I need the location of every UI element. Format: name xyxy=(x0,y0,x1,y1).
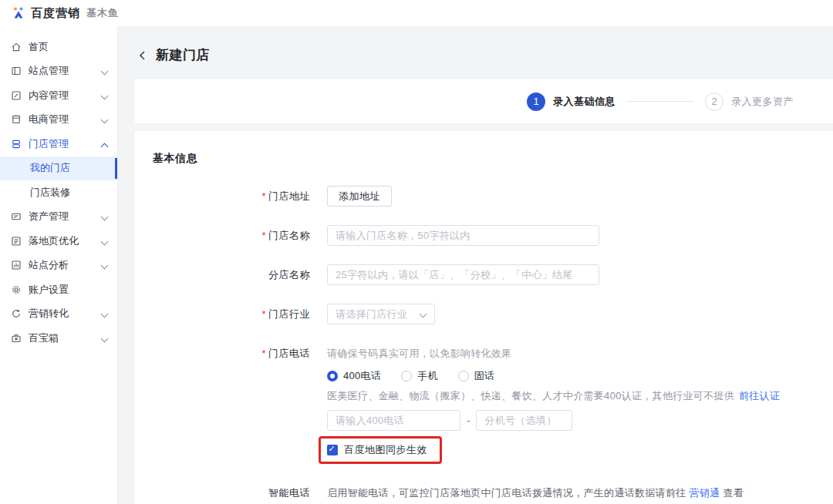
sidebar-item-store-management[interactable]: 门店管理 xyxy=(0,132,117,156)
step-1: 1 录入基础信息 xyxy=(527,92,615,111)
add-address-button[interactable]: 添加地址 xyxy=(327,186,392,207)
landing-page-icon xyxy=(11,236,22,247)
industry-label: *门店行业 xyxy=(153,304,310,324)
ecommerce-icon xyxy=(11,114,22,125)
baidu-marketing-logo[interactable]: 百度营销 基木鱼 xyxy=(11,5,119,21)
industry-select[interactable]: 请选择门店行业 xyxy=(327,304,435,324)
sidebar-item-treasure-box[interactable]: 百宝箱 xyxy=(0,326,117,351)
chevron-down-icon xyxy=(102,238,108,244)
chevron-down-icon xyxy=(102,262,108,268)
brand-suffix: 基木鱼 xyxy=(86,6,119,20)
sidebar-item-landing-page-optimization[interactable]: 落地页优化 xyxy=(0,229,117,254)
chevron-up-icon xyxy=(102,141,108,147)
map-sync-checkbox[interactable] xyxy=(327,445,338,455)
store-phone-label: *门店电话 xyxy=(153,343,310,464)
phone-hint-text: 请确保号码真实可用，以免影响转化效果 xyxy=(327,343,780,364)
sidebar-item-label: 站点管理 xyxy=(29,64,102,78)
chevron-down-icon xyxy=(102,335,108,341)
chevron-down-icon xyxy=(102,311,108,317)
analytics-icon xyxy=(11,260,22,270)
sidebar-item-content-management[interactable]: 内容管理 xyxy=(0,83,117,108)
toolbox-icon xyxy=(11,333,22,344)
branch-name-label: 分店名称 xyxy=(153,264,310,285)
radio-400-phone[interactable]: 400电话 xyxy=(327,369,381,383)
chevron-down-icon xyxy=(420,311,427,318)
top-bar: 百度营销 基木鱼 xyxy=(0,0,833,26)
gear-icon xyxy=(11,284,22,295)
step-2: 2 录入更多资产 xyxy=(705,92,794,111)
marketing-tool-link[interactable]: 营销通 xyxy=(690,487,720,499)
sidebar-item-ecommerce-management[interactable]: 电商管理 xyxy=(0,108,117,133)
logo-icon xyxy=(11,5,26,21)
sidebar-item-label: 门店管理 xyxy=(29,137,102,151)
required-mark: * xyxy=(261,190,266,202)
chevron-down-icon xyxy=(102,213,108,220)
sidebar-item-site-management[interactable]: 站点管理 xyxy=(0,59,117,84)
step-2-circle: 2 xyxy=(705,92,723,111)
form-row-store-phone: *门店电话 请确保号码真实可用，以免影响转化效果 400电话 手机 xyxy=(153,343,833,464)
radio-mobile[interactable]: 手机 xyxy=(401,369,438,383)
sidebar-item-marketing-conversion[interactable]: 营销转化 xyxy=(0,302,117,327)
form-row-store-name: *门店名称 xyxy=(153,225,833,246)
form-row-branch-name: 分店名称 xyxy=(153,264,833,285)
required-mark: * xyxy=(261,230,266,241)
required-mark: * xyxy=(261,348,266,359)
radio-dot-icon xyxy=(401,371,412,381)
step-1-circle: 1 xyxy=(527,92,545,111)
sidebar-item-account-settings[interactable]: 账户设置 xyxy=(0,277,117,302)
required-mark: * xyxy=(261,308,266,320)
sidebar-item-label: 电商管理 xyxy=(29,113,102,126)
go-certify-link[interactable]: 前往认证 xyxy=(739,390,780,402)
sidebar-item-store-decoration[interactable]: 门店装修 xyxy=(0,180,117,205)
sidebar-item-label: 百宝箱 xyxy=(29,331,102,345)
radio-dot-icon xyxy=(327,371,338,381)
section-title: 基本信息 xyxy=(153,152,833,166)
brand-name: 百度营销 xyxy=(31,6,80,21)
chevron-down-icon xyxy=(102,116,108,123)
sidebar-item-label: 账户设置 xyxy=(29,283,108,297)
chevron-down-icon xyxy=(102,68,108,74)
smart-phone-description: 启用智能电话，可监控门店落地页中门店电话拨通情况，产生的通话数据请前往营销通查看 xyxy=(327,482,744,503)
branch-name-input[interactable] xyxy=(327,264,599,285)
stepper-card: 1 录入基础信息 2 录入更多资产 xyxy=(135,79,833,123)
app-window: 百度营销 基木鱼 首页 站点管理 内容管理 电商管理 门店管理 xyxy=(0,0,833,504)
conversion-icon xyxy=(11,308,22,319)
stepper: 1 录入基础信息 2 录入更多资产 xyxy=(527,92,794,111)
phone-separator: - xyxy=(467,415,470,426)
phone-400-input[interactable] xyxy=(327,410,460,431)
radio-dot-icon xyxy=(458,371,469,381)
step-1-label: 录入基础信息 xyxy=(553,95,615,109)
back-icon[interactable] xyxy=(136,49,148,62)
sidebar: 首页 站点管理 内容管理 电商管理 门店管理 我的门店 门店装修 xyxy=(0,26,118,504)
map-sync-label: 百度地图同步生效 xyxy=(344,443,427,457)
home-icon xyxy=(11,42,22,52)
annotation-highlight-box: 百度地图同步生效 xyxy=(319,436,442,464)
extension-input[interactable] xyxy=(476,410,572,431)
sidebar-item-label: 站点分析 xyxy=(29,258,102,272)
step-connector xyxy=(626,101,694,102)
form-row-industry: *门店行业 请选择门店行业 xyxy=(153,304,833,324)
store-name-input[interactable] xyxy=(327,225,599,246)
store-icon xyxy=(11,139,22,150)
sidebar-item-label: 我的门店 xyxy=(30,161,108,175)
sidebar-item-home[interactable]: 首页 xyxy=(0,35,117,59)
sidebar-item-asset-management[interactable]: 资产管理 xyxy=(0,205,117,230)
step-2-label: 录入更多资产 xyxy=(731,95,794,109)
store-address-label: *门店地址 xyxy=(153,186,310,207)
sidebar-item-site-analysis[interactable]: 站点分析 xyxy=(0,254,117,278)
site-icon xyxy=(11,66,22,76)
phone-type-radio-group: 400电话 手机 固话 xyxy=(327,369,780,383)
sidebar-item-label: 落地页优化 xyxy=(29,234,102,248)
radio-landline[interactable]: 固话 xyxy=(458,369,495,383)
smart-phone-label: 智能电话 xyxy=(153,482,310,504)
phone-input-group: - xyxy=(327,410,780,431)
sidebar-item-label: 营销转化 xyxy=(29,307,102,321)
form-card: 基本信息 *门店地址 添加地址 *门店名称 分店名称 xyxy=(135,131,833,504)
content-icon xyxy=(11,90,22,101)
asset-icon xyxy=(11,211,22,222)
sidebar-item-label: 内容管理 xyxy=(29,89,102,102)
sidebar-item-my-stores[interactable]: 我的门店 xyxy=(0,156,117,181)
form-row-store-address: *门店地址 添加地址 xyxy=(153,186,833,207)
sidebar-item-label: 首页 xyxy=(29,40,108,54)
certification-note: 医美医疗、金融、物流（搬家）、快递、餐饮、人才中介需要400认证，其他行业可不提… xyxy=(327,389,780,403)
